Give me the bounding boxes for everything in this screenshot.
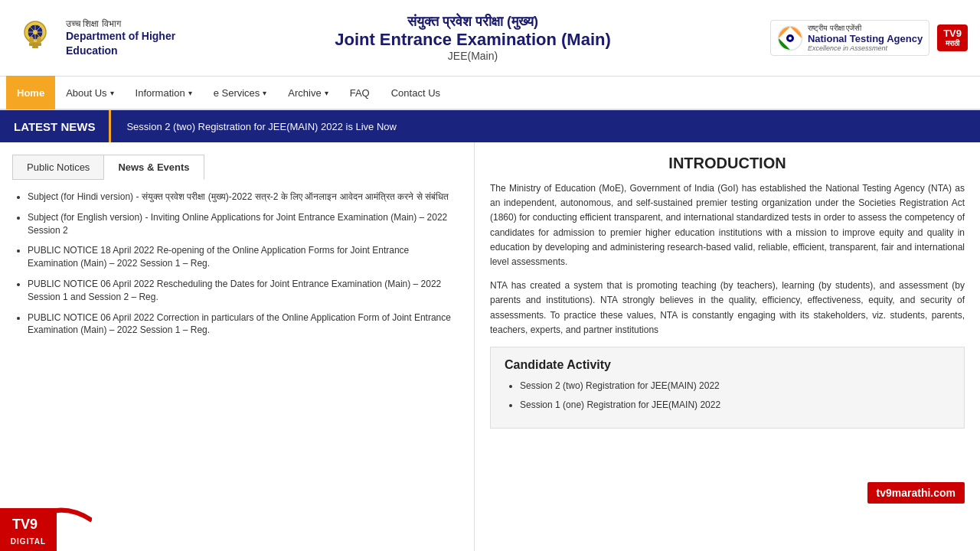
header-right: राष्ट्रीय परीक्षा एजेंसी National Testin… — [770, 20, 968, 56]
tv9-watermark: tv9marathi.com — [867, 482, 965, 504]
nav-home[interactable]: Home — [6, 76, 55, 109]
main-title: Joint Entrance Examination (Main) — [175, 30, 770, 50]
news-bar: LATEST NEWS Session 2 (two) Registration… — [0, 110, 980, 142]
dept-hindi-text: उच्च शिक्षा विभाग — [66, 18, 175, 29]
intro-title: INTRODUCTION — [490, 155, 965, 172]
tab-public-notices[interactable]: Public Notices — [12, 155, 103, 180]
intro-para2: NTA has created a system that is promoti… — [490, 279, 965, 337]
tv9-bottom-brand: TV9 — [9, 513, 47, 536]
chevron-down-icon: ▾ — [110, 89, 114, 97]
svg-rect-8 — [32, 46, 38, 48]
svg-point-12 — [38, 36, 41, 40]
svg-point-15 — [789, 37, 792, 40]
candidate-activity-title: Candidate Activity — [505, 358, 950, 372]
news-text: Session 2 (two) Registration for JEE(MAI… — [111, 121, 412, 132]
nta-logo: राष्ट्रीय परीक्षा एजेंसी National Testin… — [770, 20, 929, 56]
chevron-down-icon: ▾ — [188, 89, 192, 97]
list-item[interactable]: PUBLIC NOTICE 18 April 2022 Re-opening o… — [28, 244, 462, 270]
list-item[interactable]: Subject (for English version) - Inviting… — [28, 211, 462, 237]
list-item[interactable]: PUBLIC NOTICE 06 April 2022 Rescheduling… — [28, 278, 462, 304]
nta-text: राष्ट्रीय परीक्षा एजेंसी National Testin… — [808, 24, 923, 52]
tv9-bottom-left: TV9 DIGITAL — [0, 508, 57, 551]
nta-hindi: राष्ट्रीय परीक्षा एजेंसी — [808, 24, 923, 33]
hindi-title: संयुक्त प्रवेश परीक्षा (मुख्य) — [175, 14, 770, 30]
svg-text:TV9: TV9 — [12, 517, 38, 532]
list-item[interactable]: Session 1 (one) Registration for JEE(MAI… — [520, 399, 950, 412]
india-emblem-icon — [12, 15, 58, 61]
candidate-activity-list: Session 2 (two) Registration for JEE(MAI… — [505, 380, 950, 412]
list-item[interactable]: Session 2 (two) Registration for JEE(MAI… — [520, 380, 950, 393]
chevron-down-icon: ▾ — [263, 89, 266, 97]
tabs: Public Notices News & Events — [12, 155, 462, 180]
nav-information[interactable]: Information ▾ — [125, 76, 203, 109]
svg-point-11 — [30, 36, 34, 40]
nav-archive[interactable]: Archive ▾ — [277, 76, 338, 109]
header-center: संयुक्त प्रवेश परीक्षा (मुख्य) Joint Ent… — [175, 14, 770, 62]
intro-para1: The Ministry of Education (MoE), Governm… — [490, 181, 965, 269]
nav-e-services[interactable]: e Services ▾ — [203, 76, 278, 109]
candidate-activity: Candidate Activity Session 2 (two) Regis… — [490, 347, 965, 429]
nav-about-us[interactable]: About Us ▾ — [55, 76, 124, 109]
navbar: Home About Us ▾ Information ▾ e Services… — [0, 77, 980, 110]
header: उच्च शिक्षा विभाग Department of HigherEd… — [0, 0, 980, 77]
news-label: LATEST NEWS — [0, 110, 111, 142]
tv9-lang: मराठी — [946, 39, 959, 48]
tv9-logo-icon: TV9 — [9, 513, 47, 534]
subtitle: JEE(Main) — [175, 50, 770, 62]
nta-emblem-icon — [777, 25, 803, 51]
dept-info: उच्च शिक्षा विभाग Department of HigherEd… — [66, 18, 175, 57]
nav-faq[interactable]: FAQ — [339, 76, 381, 109]
chevron-down-icon: ▾ — [325, 89, 328, 97]
nta-name: National Testing Agency — [808, 33, 923, 44]
dept-name-text: Department of HigherEducation — [66, 29, 175, 57]
tv9-logo: TV9 मराठी — [937, 24, 968, 52]
list-item[interactable]: Subject (for Hindi version) - संयुक्त प्… — [28, 191, 462, 204]
notices-list: Subject (for Hindi version) - संयुक्त प्… — [12, 191, 462, 337]
nav-contact-us[interactable]: Contact Us — [381, 76, 451, 109]
tv9-brand: TV9 — [943, 28, 962, 40]
main-content: Public Notices News & Events Subject (fo… — [0, 142, 980, 551]
tv9-digital-label: DIGITAL — [11, 536, 46, 546]
nta-tagline: Excellence in Assessment — [808, 44, 923, 52]
tab-news-events[interactable]: News & Events — [103, 155, 204, 180]
list-item[interactable]: PUBLIC NOTICE 06 April 2022 Correction i… — [28, 311, 462, 337]
header-left: उच्च शिक्षा विभाग Department of HigherEd… — [12, 15, 175, 61]
